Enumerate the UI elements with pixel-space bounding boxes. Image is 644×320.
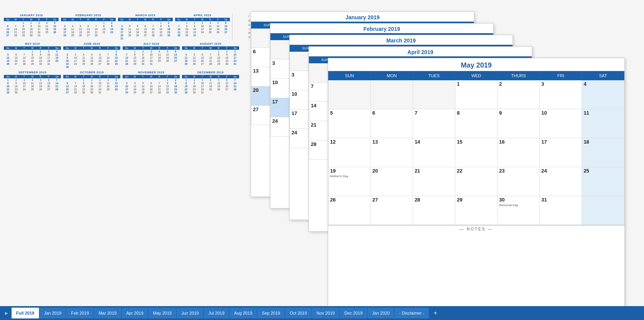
mini-cal-cell: 30 xyxy=(190,91,198,94)
mini-cal-cell: 15 xyxy=(157,27,165,30)
mini-cal-cell: 14 xyxy=(20,56,28,59)
tab---disclaimer--[interactable]: - Disclaimer - xyxy=(394,308,429,318)
mini-cal-cell: 18 xyxy=(53,56,61,59)
mini-cal-cell: 26 xyxy=(51,30,59,34)
mini-cal-cell: 15 xyxy=(215,56,223,59)
mini-cal-7: AUGUST 2019SuMTWRFSa12345678910111213141… xyxy=(182,42,239,68)
mini-cal-cell: 4 xyxy=(126,24,133,27)
mini-cal-row-3: SEPTEMBER 2019SuMTWRFSa12345678910111213… xyxy=(4,71,251,94)
tab-nav-left[interactable]: ► xyxy=(2,310,12,316)
mini-cal-cell: 5 xyxy=(51,21,59,24)
mini-cal-cell: 19 xyxy=(51,27,59,30)
tab-jan-2020[interactable]: Jan 2020 xyxy=(368,308,394,318)
mini-cal-cell: 18 xyxy=(126,30,133,34)
mini-cal-cell: 22 xyxy=(112,59,120,62)
mini-cal-cell: 21 xyxy=(71,88,79,91)
mini-cal-cell xyxy=(20,91,28,94)
mini-cal-cell: 1 xyxy=(182,78,190,81)
mini-cal-cell xyxy=(51,34,59,37)
col-sat: SAT xyxy=(582,71,624,80)
mini-cal-cell: 23 xyxy=(37,59,45,62)
mini-cal-cell: 30 xyxy=(88,91,96,94)
mini-cal-cell: 6 xyxy=(198,53,206,56)
mini-cal-2: MARCH 2019SuMTWRFSa123456789101112131415… xyxy=(118,14,173,40)
mini-cal-cell: 1 xyxy=(164,78,172,81)
mini-cal-cell: 30 xyxy=(165,34,173,37)
mini-cal-header: M xyxy=(190,46,198,50)
mini-cal-cell xyxy=(175,21,183,24)
tab-nov-2019[interactable]: Nov 2019 xyxy=(312,308,340,318)
mini-cal-cell: 2 xyxy=(191,21,198,24)
table-cell: 13 xyxy=(371,138,413,167)
table-cell: 8 xyxy=(455,109,497,138)
mini-cal-cell: 23 xyxy=(191,30,198,34)
table-cell: 25 xyxy=(582,167,624,196)
table-cell: 6 xyxy=(371,109,413,138)
mini-cal-cell: 27 xyxy=(45,88,53,91)
tab-jan-2019[interactable]: Jan 2019 xyxy=(39,308,66,318)
mini-cal-cell: 18 xyxy=(69,30,76,34)
mini-cal-header: Su xyxy=(123,46,131,50)
mini-cal-header: Sa xyxy=(231,75,239,78)
mini-cal-cell: 20 xyxy=(4,30,12,34)
mini-cal-header: T xyxy=(20,46,28,50)
mini-cal-header: W xyxy=(142,18,149,21)
tab-full-2019[interactable]: Full 2019 xyxy=(12,308,39,318)
mini-cal-header: M xyxy=(190,75,198,78)
mini-cal-cell: 6 xyxy=(96,53,104,56)
add-tab-button[interactable]: + xyxy=(430,308,441,318)
mini-cal-cell: 27 xyxy=(198,62,206,65)
mini-cal-cell: 18 xyxy=(131,88,139,91)
tab-jun-2019[interactable]: Jun 2019 xyxy=(177,308,204,318)
mini-cal-cell: 17 xyxy=(20,85,28,88)
tab-sep-2019[interactable]: Sep 2019 xyxy=(257,308,285,318)
mini-cal-title: NOVEMBER 2019 xyxy=(123,71,180,74)
tab-mar-2019[interactable]: Mar 2019 xyxy=(94,308,121,318)
mini-cal-cell: 27 xyxy=(12,62,20,65)
mini-cal-cell: 16 xyxy=(37,56,45,59)
tab-may-2019[interactable]: May 2019 xyxy=(148,308,177,318)
tab-feb-2019[interactable]: Feb 2019 xyxy=(66,308,94,318)
mini-cal-cell: 27 xyxy=(84,34,92,37)
mini-cal-cell: 21 xyxy=(123,59,131,62)
mini-cal-cell: 11 xyxy=(206,81,214,85)
mini-cal-cell: 2 xyxy=(139,50,147,53)
mini-cal-cell: 26 xyxy=(76,34,84,37)
mini-cal-cell: 12 xyxy=(4,56,12,59)
mini-cal-cell: 11 xyxy=(28,81,36,85)
mini-cal-cell: 23 xyxy=(165,30,173,34)
table-cell: 16 xyxy=(497,138,540,167)
mini-cal-cell: 4 xyxy=(155,50,164,53)
mini-cal-cell: 26 xyxy=(88,62,96,65)
mini-cal-cell: 18 xyxy=(206,27,214,30)
mini-cal-header: M xyxy=(131,46,139,50)
mini-cal-table: SuMTWRFSa1234567891011121314151617181920… xyxy=(63,75,120,94)
mini-cal-header: R xyxy=(155,46,164,50)
mini-cal-cell: 13 xyxy=(142,27,149,30)
mini-cal-cell: 29 xyxy=(112,62,120,65)
tab-aug-2019[interactable]: Aug 2019 xyxy=(229,308,257,318)
mini-cal-cell: 25 xyxy=(43,30,51,34)
mini-cal-cell: 23 xyxy=(223,59,231,62)
mini-cal-cell: 25 xyxy=(69,34,76,37)
mini-cal-cell: 13 xyxy=(223,81,231,85)
table-cell: 19Mother's Day xyxy=(329,167,371,196)
tab-oct-2019[interactable]: Oct 2019 xyxy=(285,308,312,318)
mini-cal-cell: 8 xyxy=(182,81,190,85)
mini-cal-cell: 12 xyxy=(112,81,120,85)
mini-cal-header: F xyxy=(104,46,112,50)
tab-jul-2019[interactable]: Jul 2019 xyxy=(204,308,229,318)
tab-dec-2019[interactable]: Dec 2019 xyxy=(340,308,368,318)
mini-cal-header: W xyxy=(199,18,206,21)
mini-cal-header: F xyxy=(157,18,165,21)
mini-cal-header: Sa xyxy=(172,75,180,78)
mini-cal-cell: 10 xyxy=(61,27,69,30)
mini-cal-cell xyxy=(71,78,79,81)
may-grid: SUN MON TUES WED THURS FRI SAT 1 xyxy=(328,71,624,225)
mini-cal-cell xyxy=(112,65,120,68)
mini-cal-header: Sa xyxy=(222,18,229,21)
mini-cal-table: SuMTWRFSa1234567891011121314151617181920… xyxy=(123,75,180,94)
tab-apr-2019[interactable]: Apr 2019 xyxy=(121,308,148,318)
mini-cal-cell: 20 xyxy=(12,59,20,62)
mini-cal-cell xyxy=(104,65,112,68)
